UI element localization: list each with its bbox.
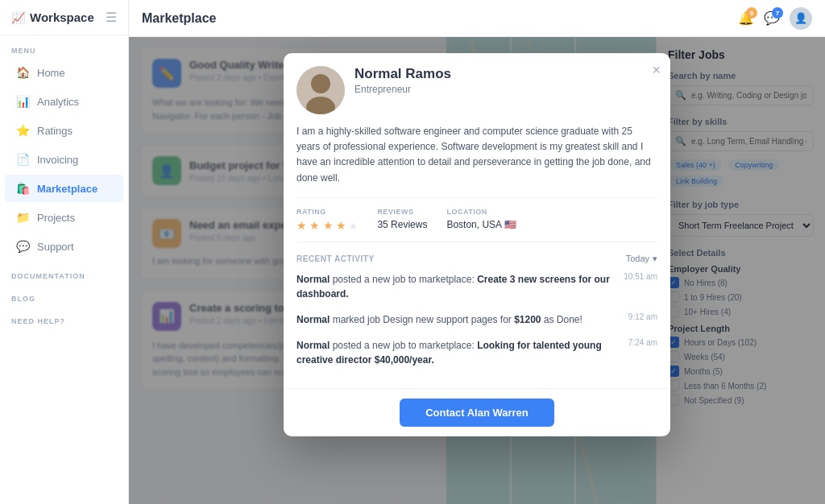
sidebar-item-marketplace[interactable]: 🛍️ Marketplace	[5, 175, 123, 202]
modal-close-icon[interactable]: ×	[652, 63, 661, 77]
contact-button[interactable]: Contact Alan Warren	[400, 399, 554, 427]
sidebar-item-analytics[interactable]: 📊 Analytics	[5, 88, 123, 115]
activity-item-2: Normal marked job Design new support pag…	[296, 312, 657, 327]
star-empty: ★	[349, 221, 358, 232]
sidebar-item-analytics-label: Analytics	[37, 96, 79, 108]
modal-header: Normal Ramos Entrepreneur ×	[284, 53, 670, 124]
sidebar-item-support[interactable]: 💬 Support	[5, 233, 123, 260]
sidebar-item-ratings-label: Ratings	[37, 125, 73, 137]
star-1: ★	[296, 219, 307, 232]
main-content: Marketplace 🔔 9 💬 7 👤 ✏️ Good Quality Wr…	[129, 0, 825, 504]
star-2: ★	[309, 219, 320, 232]
activity-time-1: 10:51 am	[624, 272, 657, 281]
modal-rating-stat: RATING ★ ★ ★ ★ ★	[296, 208, 358, 232]
notification-badge: 9	[746, 7, 757, 19]
activity-today[interactable]: Today ▾	[626, 254, 657, 264]
top-bar: Marketplace 🔔 9 💬 7 👤	[129, 0, 825, 37]
star-3: ★	[323, 219, 334, 232]
modal-bio: I am a highly-skilled software engineer …	[296, 124, 657, 186]
page-title: Marketplace	[142, 11, 217, 26]
content-area: ✏️ Good Quality Writers Needed - Short T…	[129, 37, 825, 504]
activity-header: RECENT ACTIVITY Today ▾	[296, 254, 657, 264]
sidebar-item-ratings[interactable]: ⭐ Ratings	[5, 117, 123, 144]
modal-avatar	[296, 66, 345, 114]
menu-toggle-icon[interactable]: ☰	[106, 10, 117, 25]
svg-point-20	[311, 74, 330, 93]
marketplace-icon: 🛍️	[16, 182, 29, 195]
modal-reviews-label: REVIEWS	[377, 208, 427, 216]
modal-body: I am a highly-skilled software engineer …	[284, 124, 670, 388]
sidebar: 📈 Workspace ☰ MENU 🏠 Home 📊 Analytics ⭐ …	[0, 0, 129, 504]
ratings-icon: ⭐	[16, 124, 29, 137]
sidebar-item-projects[interactable]: 📁 Projects	[5, 204, 123, 231]
home-icon: 🏠	[16, 66, 29, 79]
modal-overlay[interactable]: Normal Ramos Entrepreneur × I am a highl…	[129, 37, 825, 504]
message-icon[interactable]: 💬 7	[764, 10, 780, 26]
notification-bell-icon[interactable]: 🔔 9	[738, 10, 754, 26]
modal-reviews-stat: REVIEWS 35 Reviews	[377, 208, 427, 232]
sidebar-item-marketplace-label: Marketplace	[37, 183, 97, 195]
user-avatar[interactable]: 👤	[790, 7, 812, 30]
activity-title: RECENT ACTIVITY	[296, 254, 375, 263]
modal-rating-value: ★ ★ ★ ★ ★	[296, 219, 358, 232]
activity-text-2: Normal marked job Design new support pag…	[296, 312, 628, 327]
sidebar-item-projects-label: Projects	[37, 212, 75, 224]
sidebar-menu-section-label: MENU	[0, 35, 128, 58]
sidebar-header: 📈 Workspace ☰	[0, 0, 128, 35]
modal-location-stat: LOCATION Boston, USA 🇺🇸	[446, 208, 516, 232]
activity-time-3: 7:24 am	[628, 338, 657, 347]
sidebar-logo: 📈 Workspace	[11, 10, 94, 24]
sidebar-blog-section-label: BLOG	[0, 283, 128, 306]
top-bar-icons: 🔔 9 💬 7 👤	[738, 7, 812, 30]
sidebar-help-section-label: NEED HELP?	[0, 306, 128, 328]
profile-modal: Normal Ramos Entrepreneur × I am a highl…	[284, 53, 670, 436]
activity-item-1: Normal posted a new job to marketplace: …	[296, 272, 657, 301]
modal-location-value: Boston, USA 🇺🇸	[446, 219, 516, 230]
modal-user-info: Normal Ramos Entrepreneur	[354, 66, 451, 95]
modal-location-label: LOCATION	[446, 208, 516, 216]
modal-user-role: Entrepreneur	[354, 84, 451, 95]
logo-icon: 📈	[11, 11, 25, 24]
activity-item-3: Normal posted a new job to marketplace: …	[296, 338, 657, 367]
activity-time-2: 9:12 am	[628, 312, 657, 321]
sidebar-item-home-label: Home	[37, 67, 65, 79]
modal-reviews-value: 35 Reviews	[377, 219, 427, 230]
modal-rating-label: RATING	[296, 208, 358, 216]
sidebar-item-support-label: Support	[37, 241, 74, 253]
support-icon: 💬	[16, 240, 29, 253]
projects-icon: 📁	[16, 211, 29, 224]
sidebar-doc-section-label: DOCUMENTATION	[0, 261, 128, 283]
analytics-icon: 📊	[16, 95, 29, 108]
activity-text-1: Normal posted a new job to marketplace: …	[296, 272, 624, 301]
logo-text: Workspace	[30, 10, 94, 24]
sidebar-item-home[interactable]: 🏠 Home	[5, 59, 123, 86]
sidebar-item-invoicing-label: Invoicing	[37, 154, 78, 166]
modal-footer: Contact Alan Warren	[284, 388, 670, 436]
modal-user-name: Normal Ramos	[354, 66, 451, 82]
modal-stats: RATING ★ ★ ★ ★ ★ REVIEWS 35 Reviews	[296, 197, 657, 242]
invoicing-icon: 📄	[16, 153, 29, 166]
star-half: ★	[336, 219, 346, 232]
message-badge: 7	[772, 7, 783, 19]
activity-text-3: Normal posted a new job to marketplace: …	[296, 338, 628, 367]
sidebar-item-invoicing[interactable]: 📄 Invoicing	[5, 146, 123, 173]
